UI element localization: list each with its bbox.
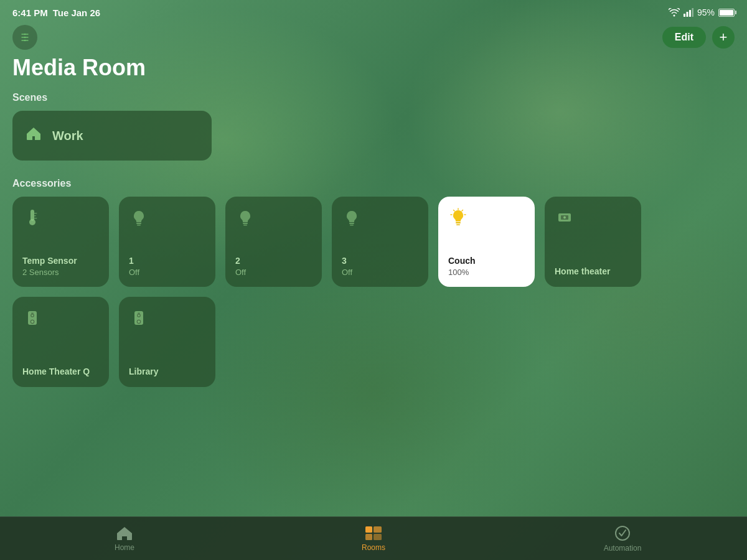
tile-home-theater-q[interactable]: Home Theater Q (12, 297, 109, 387)
svg-rect-45 (365, 534, 372, 540)
accessories-label: Accessories (12, 178, 735, 189)
tile-couch[interactable]: Couch 100% (438, 197, 535, 287)
tile-temp-sensor-name: Temp Sensor (22, 256, 99, 266)
svg-rect-0 (684, 14, 685, 17)
tile-light-1[interactable]: 1 Off (119, 197, 215, 287)
top-bar: Edit + (0, 22, 747, 55)
svg-rect-3 (692, 8, 693, 17)
sensor-icon (22, 208, 99, 231)
bulb-on-icon-couch (448, 208, 525, 231)
status-time: 6:41 PM (12, 7, 48, 18)
page-title: Media Room (12, 55, 735, 81)
tile-light-3[interactable]: 3 Off (332, 197, 428, 287)
svg-point-41 (138, 320, 140, 323)
tile-temp-sensor[interactable]: Temp Sensor 2 Sensors (12, 197, 109, 287)
accessories-section: Accessories Temp Sensor (12, 178, 735, 387)
speaker-icon-q (22, 308, 99, 331)
svg-rect-19 (349, 223, 354, 224)
appletv-icon (555, 208, 631, 231)
accessories-grid: Temp Sensor 2 Sensors 1 (12, 197, 735, 387)
status-bar: 6:41 PM Tue Jan 26 95% (0, 0, 747, 22)
tab-rooms-label: Rooms (362, 543, 385, 552)
add-button[interactable]: + (712, 26, 735, 49)
tile-home-theater-name: Home theater (555, 266, 631, 277)
tile-light-3-name: 3 (342, 256, 418, 266)
tile-temp-sensor-sub: 2 Sensors (22, 268, 99, 277)
svg-rect-14 (34, 218, 37, 219)
svg-rect-2 (689, 10, 691, 17)
tile-light-3-sub: Off (342, 268, 418, 277)
svg-rect-42 (138, 313, 140, 314)
svg-point-35 (31, 320, 34, 323)
tile-light-1-name: 1 (129, 256, 205, 266)
battery-icon (718, 9, 735, 17)
svg-line-26 (454, 210, 455, 212)
scene-work-tile[interactable]: Work (12, 111, 212, 161)
svg-rect-12 (34, 213, 37, 214)
svg-rect-17 (243, 223, 248, 224)
tile-light-1-sub: Off (129, 268, 205, 277)
svg-point-47 (616, 526, 629, 540)
tile-couch-name: Couch (448, 256, 525, 266)
svg-rect-44 (374, 526, 382, 533)
tile-light-2[interactable]: 2 Off (225, 197, 322, 287)
tab-automation-label: Automation (604, 544, 642, 553)
tile-home-theater[interactable]: Home theater (545, 197, 641, 287)
svg-point-30 (563, 217, 566, 219)
svg-rect-15 (136, 223, 141, 224)
bulb-off-icon-1 (129, 208, 205, 231)
bulb-off-icon-3 (342, 208, 418, 231)
tab-rooms[interactable]: Rooms (249, 526, 498, 552)
tab-home-icon (116, 526, 133, 541)
edit-button[interactable]: Edit (662, 27, 706, 48)
tile-library[interactable]: Library (119, 297, 215, 387)
svg-point-11 (29, 219, 35, 225)
svg-rect-46 (374, 534, 382, 540)
svg-rect-18 (243, 225, 247, 226)
status-date: Tue Jan 26 (53, 7, 100, 18)
tab-home-label: Home (115, 543, 134, 552)
tile-home-theater-q-name: Home Theater Q (22, 366, 99, 377)
svg-rect-13 (34, 215, 37, 217)
svg-rect-21 (456, 222, 461, 223)
scene-work-label: Work (52, 129, 83, 143)
svg-rect-22 (456, 225, 460, 226)
tab-automation[interactable]: Automation (498, 525, 747, 553)
speaker-icon-library (129, 308, 205, 331)
tab-rooms-icon (365, 526, 382, 541)
scenes-label: Scenes (12, 92, 735, 103)
tab-automation-icon (614, 525, 631, 541)
svg-point-33 (32, 315, 34, 317)
svg-point-39 (138, 315, 140, 317)
svg-rect-1 (686, 12, 688, 17)
signal-icon (684, 8, 693, 17)
svg-line-24 (462, 210, 463, 212)
svg-rect-36 (31, 313, 34, 314)
scenes-section: Scenes Work (12, 92, 735, 161)
tile-light-2-sub: Off (235, 268, 312, 277)
menu-button[interactable] (12, 25, 37, 50)
tab-bar: Home Rooms Automation (0, 516, 747, 560)
svg-rect-20 (350, 225, 354, 226)
tile-couch-sub: 100% (448, 268, 525, 277)
battery-percent: 95% (697, 7, 715, 17)
tab-home[interactable]: Home (0, 526, 249, 552)
bulb-off-icon-2 (235, 208, 312, 231)
tile-light-2-name: 2 (235, 256, 312, 266)
tile-library-name: Library (129, 366, 205, 377)
svg-rect-16 (137, 225, 141, 226)
scene-house-icon (25, 125, 42, 147)
wifi-icon (669, 8, 680, 17)
svg-rect-43 (365, 526, 372, 533)
status-icons: 95% (669, 7, 735, 17)
